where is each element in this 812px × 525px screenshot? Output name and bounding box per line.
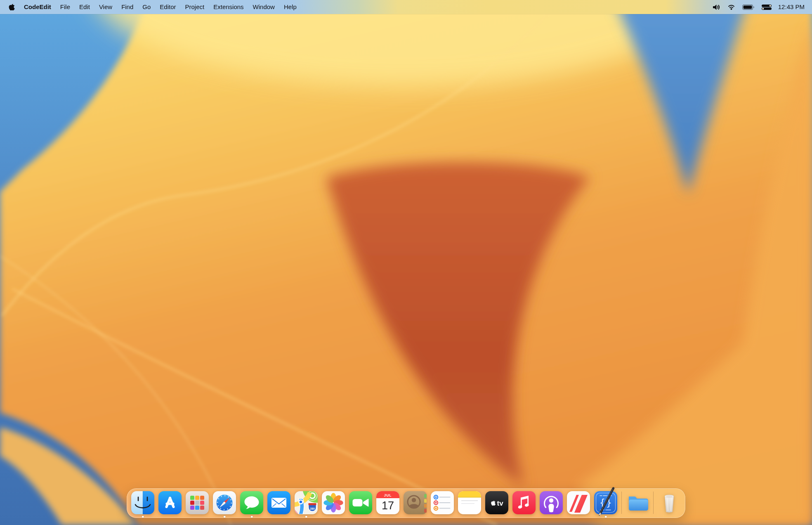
dock-item-app-store[interactable] (158, 491, 182, 514)
dock-item-maps[interactable]: 280 (295, 491, 318, 514)
facetime-icon (349, 491, 372, 514)
dock-item-notes[interactable] (458, 491, 481, 514)
dock-item-reminders[interactable] (431, 491, 454, 514)
svg-text:JUL: JUL (384, 493, 392, 497)
dock-item-launchpad[interactable] (186, 491, 209, 514)
menu-bar-clock[interactable]: 12:43 PM (778, 0, 805, 14)
contacts-icon (404, 491, 427, 514)
dock-item-codeedit[interactable]: { } (594, 491, 617, 514)
safari-icon (213, 491, 236, 514)
running-indicator (605, 516, 607, 518)
dock-item-finder[interactable] (131, 491, 154, 514)
podcasts-icon (540, 491, 563, 514)
folder-icon (626, 491, 649, 514)
menu-item-find[interactable]: Find (117, 0, 138, 14)
finder-icon (131, 491, 154, 514)
dock-area: 280 (0, 488, 812, 518)
wifi-icon[interactable] (727, 4, 735, 10)
dock-item-facetime[interactable] (349, 491, 372, 514)
dock-item-podcasts[interactable] (540, 491, 563, 514)
dock-item-folder[interactable] (626, 491, 649, 514)
menu-item-go[interactable]: Go (138, 0, 155, 14)
running-indicator (305, 516, 307, 518)
launchpad-icon (186, 491, 209, 514)
menu-item-window[interactable]: Window (248, 0, 279, 14)
maps-icon: 280 (295, 491, 318, 514)
apple-menu[interactable] (7, 0, 19, 14)
menu-bar: CodeEdit File Edit View Find Go Editor P… (0, 0, 812, 14)
trash-icon (658, 491, 681, 514)
running-indicator (142, 516, 144, 518)
dock-item-photos[interactable] (322, 491, 345, 514)
menu-item-project[interactable]: Project (181, 0, 209, 14)
dock-separator (621, 492, 622, 514)
menu-bar-status: 12:43 PM (706, 0, 812, 14)
volume-icon[interactable] (713, 4, 720, 10)
menu-item-help[interactable]: Help (279, 0, 301, 14)
dock-item-music[interactable] (512, 491, 536, 514)
dock-item-messages[interactable] (240, 491, 263, 514)
news-icon (567, 491, 590, 514)
menu-app-name[interactable]: CodeEdit (19, 0, 56, 14)
dock-item-tv[interactable]: tv (485, 491, 508, 514)
dock-item-news[interactable] (567, 491, 590, 514)
menu-bar-left: CodeEdit File Edit View Find Go Editor P… (0, 0, 301, 14)
dock: 280 (127, 488, 685, 518)
svg-text:tv: tv (497, 499, 504, 507)
dock-separator (653, 492, 654, 514)
menu-item-file[interactable]: File (56, 0, 75, 14)
dock-item-safari[interactable] (213, 491, 236, 514)
notes-icon (458, 491, 481, 514)
mail-icon (267, 491, 290, 514)
menu-item-editor[interactable]: Editor (155, 0, 180, 14)
dock-item-contacts[interactable] (404, 491, 427, 514)
apple-tv-icon: tv (485, 491, 508, 514)
calendar-icon: JUL 17 (376, 491, 399, 514)
svg-text:280: 280 (310, 507, 315, 510)
apple-logo-icon (8, 4, 15, 11)
desktop: CodeEdit File Edit View Find Go Editor P… (0, 0, 812, 525)
music-icon (512, 491, 536, 514)
app-store-icon (158, 491, 182, 514)
menu-item-view[interactable]: View (94, 0, 117, 14)
svg-text:17: 17 (382, 499, 394, 512)
wallpaper-ventura (0, 0, 812, 525)
codeedit-icon: { } (594, 491, 617, 514)
dock-item-trash[interactable] (658, 491, 681, 514)
reminders-icon (431, 491, 454, 514)
photos-icon (322, 491, 345, 514)
messages-icon (240, 491, 263, 514)
control-center-icon[interactable] (761, 5, 772, 10)
menu-item-edit[interactable]: Edit (75, 0, 94, 14)
running-indicator (224, 516, 226, 518)
dock-item-mail[interactable] (267, 491, 290, 514)
dock-item-calendar[interactable]: JUL 17 (376, 491, 399, 514)
battery-icon[interactable] (742, 5, 754, 10)
running-indicator (251, 516, 253, 518)
menu-item-extensions[interactable]: Extensions (209, 0, 248, 14)
